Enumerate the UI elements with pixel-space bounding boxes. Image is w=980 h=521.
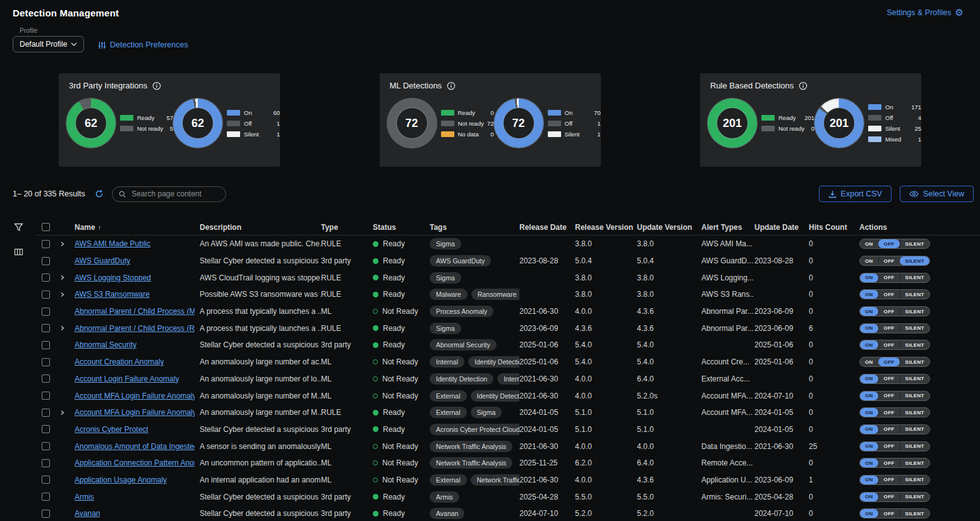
detection-name-link[interactable]: Account MFA Login Failure Anomaly (Rule) <box>75 408 195 417</box>
row-checkbox[interactable] <box>42 459 50 467</box>
column-header-type[interactable]: Type <box>321 223 373 232</box>
toggle-off[interactable]: OFF <box>878 408 900 417</box>
toggle-off[interactable]: OFF <box>878 476 900 484</box>
toggle-off[interactable]: OFF <box>878 273 900 282</box>
detection-name-link[interactable]: AWS S3 Ransomware <box>75 290 150 299</box>
toggle-silent[interactable]: SILENT <box>900 273 929 282</box>
toggle-silent[interactable]: SILENT <box>900 509 929 518</box>
detection-preferences-link[interactable]: Detection Preferences <box>98 40 188 49</box>
toggle-on[interactable]: ON <box>860 374 878 383</box>
settings-profiles-link[interactable]: Settings & Profiles ⚙ <box>886 8 964 17</box>
toggle-silent[interactable]: SILENT <box>900 476 929 484</box>
row-checkbox[interactable] <box>42 442 50 450</box>
export-csv-button[interactable]: Export CSV <box>819 186 892 202</box>
toggle-off[interactable]: OFF <box>878 256 900 265</box>
toggle-silent[interactable]: SILENT <box>900 458 929 467</box>
row-checkbox[interactable] <box>42 493 50 501</box>
expand-row-button[interactable] <box>58 324 66 332</box>
expand-row-button[interactable] <box>58 273 66 282</box>
info-icon[interactable] <box>799 81 808 90</box>
toggle-off[interactable]: OFF <box>878 290 900 299</box>
toggle-silent[interactable]: SILENT <box>900 408 929 417</box>
toggle-on[interactable]: ON <box>860 458 878 467</box>
row-checkbox[interactable] <box>42 358 50 366</box>
toggle-off[interactable]: OFF <box>878 493 900 501</box>
column-header-update-date[interactable]: Update Date <box>754 223 809 232</box>
toggle-on[interactable]: ON <box>860 307 878 316</box>
toggle-on[interactable]: ON <box>860 357 878 366</box>
toggle-on[interactable]: ON <box>860 425 878 434</box>
row-checkbox[interactable] <box>42 409 50 417</box>
toggle-on[interactable]: ON <box>860 476 878 484</box>
detection-name-link[interactable]: Acronis Cyber Protect <box>75 425 148 434</box>
toggle-silent[interactable]: SILENT <box>900 256 929 265</box>
detection-name-link[interactable]: AWS Logging Stopped <box>75 273 151 282</box>
row-checkbox[interactable] <box>42 308 50 316</box>
toggle-on[interactable]: ON <box>860 324 878 333</box>
info-icon[interactable] <box>447 81 456 90</box>
toggle-off[interactable]: OFF <box>878 458 900 467</box>
detection-name-link[interactable]: Avanan <box>75 509 100 518</box>
toggle-silent[interactable]: SILENT <box>900 442 929 451</box>
toggle-off[interactable]: OFF <box>878 357 900 366</box>
toggle-silent[interactable]: SILENT <box>900 392 929 400</box>
expand-row-button[interactable] <box>58 290 66 299</box>
column-header-actions[interactable]: Actions <box>859 223 941 232</box>
column-header-status[interactable]: Status <box>373 223 430 232</box>
toggle-silent[interactable]: SILENT <box>900 324 929 333</box>
toggle-on[interactable]: ON <box>860 239 878 248</box>
toggle-on[interactable]: ON <box>860 392 878 400</box>
search-box[interactable] <box>112 186 226 202</box>
toggle-on[interactable]: ON <box>860 509 878 518</box>
toggle-off[interactable]: OFF <box>878 324 900 333</box>
row-checkbox[interactable] <box>42 324 50 332</box>
row-checkbox[interactable] <box>42 374 50 383</box>
toggle-on[interactable]: ON <box>860 442 878 451</box>
toggle-off[interactable]: OFF <box>878 340 900 349</box>
detection-name-link[interactable]: AWS AMI Made Public <box>75 239 150 248</box>
toggle-on[interactable]: ON <box>860 256 878 265</box>
toggle-off[interactable]: OFF <box>878 442 900 451</box>
toggle-on[interactable]: ON <box>860 493 878 501</box>
toggle-on[interactable]: ON <box>860 290 878 299</box>
row-checkbox[interactable] <box>42 392 50 400</box>
filter-icon[interactable] <box>14 223 23 232</box>
row-checkbox[interactable] <box>42 510 50 518</box>
toggle-silent[interactable]: SILENT <box>900 340 929 349</box>
columns-icon[interactable] <box>14 248 23 256</box>
toggle-off[interactable]: OFF <box>878 392 900 400</box>
toggle-on[interactable]: ON <box>860 408 878 417</box>
toggle-off[interactable]: OFF <box>878 374 900 383</box>
row-checkbox[interactable] <box>42 290 50 299</box>
select-all-checkbox[interactable] <box>42 223 50 231</box>
info-icon[interactable] <box>152 81 161 90</box>
refresh-button[interactable] <box>95 189 104 198</box>
search-input[interactable] <box>130 189 219 199</box>
row-checkbox[interactable] <box>42 240 50 248</box>
toggle-silent[interactable]: SILENT <box>900 357 929 366</box>
detection-name-link[interactable]: Armis <box>75 493 94 501</box>
detection-name-link[interactable]: Abnormal Parent / Child Process (ML) <box>75 307 195 316</box>
column-header-release-version[interactable]: Release Version <box>575 223 637 232</box>
toggle-silent[interactable]: SILENT <box>900 307 929 316</box>
toggle-off[interactable]: OFF <box>878 239 900 248</box>
toggle-off[interactable]: OFF <box>878 509 900 518</box>
detection-name-link[interactable]: Abnormal Security <box>75 340 136 349</box>
expand-row-button[interactable] <box>58 240 66 248</box>
row-checkbox[interactable] <box>42 476 50 484</box>
detection-name-link[interactable]: Application Usage Anomaly <box>75 476 167 484</box>
row-checkbox[interactable] <box>42 273 50 282</box>
toggle-silent[interactable]: SILENT <box>900 425 929 434</box>
toggle-on[interactable]: ON <box>860 273 878 282</box>
detection-name-link[interactable]: Account Login Failure Anomaly <box>75 374 179 383</box>
column-header-update-version[interactable]: Update Version <box>637 223 701 232</box>
column-header-name[interactable]: Name ↑ <box>75 223 200 232</box>
profile-select[interactable]: Default Profile <box>13 36 84 52</box>
toggle-off[interactable]: OFF <box>878 307 900 316</box>
row-checkbox[interactable] <box>42 257 50 265</box>
detection-name-link[interactable]: Abnormal Parent / Child Process (Rule) <box>75 324 195 333</box>
expand-row-button[interactable] <box>58 409 66 417</box>
row-checkbox[interactable] <box>42 341 50 349</box>
detection-name-link[interactable]: Anomalous Amount of Data Ingested by S <box>75 442 195 451</box>
toggle-silent[interactable]: SILENT <box>900 493 929 501</box>
